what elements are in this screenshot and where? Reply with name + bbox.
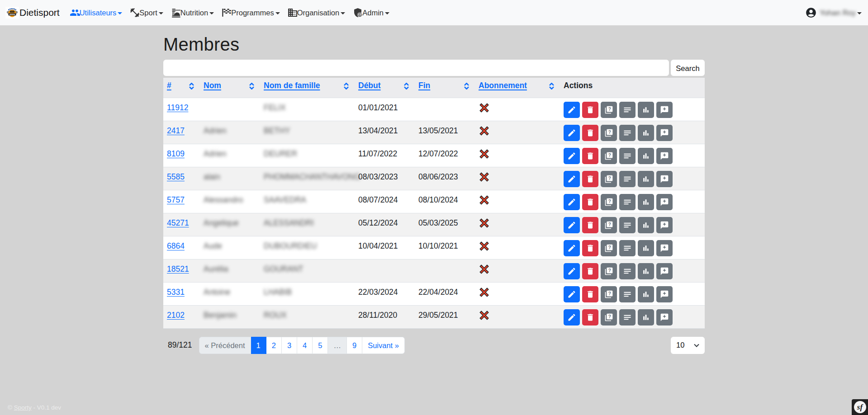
svg-text:?: ? <box>608 245 611 250</box>
svg-text:?: ? <box>608 106 611 111</box>
svg-text:?: ? <box>608 222 611 226</box>
svg-text:?: ? <box>608 152 611 157</box>
svg-text:?: ? <box>608 175 611 180</box>
svg-text:?: ? <box>608 198 611 203</box>
svg-text:?: ? <box>608 314 611 319</box>
svg-text:?: ? <box>608 268 611 273</box>
svg-text:?: ? <box>608 291 611 296</box>
svg-text:?: ? <box>608 129 611 134</box>
